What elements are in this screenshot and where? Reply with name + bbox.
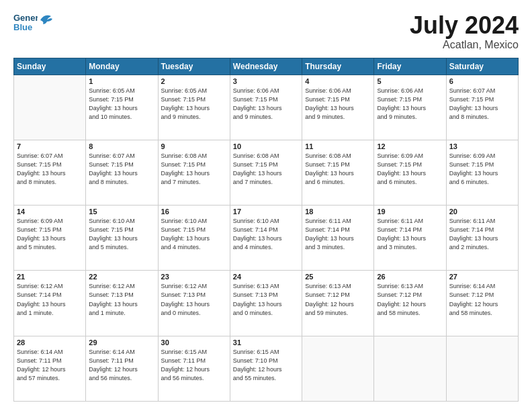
- calendar-cell: 2Sunrise: 6:05 AM Sunset: 7:15 PM Daylig…: [158, 75, 230, 140]
- calendar-cell: 27Sunrise: 6:14 AM Sunset: 7:12 PM Dayli…: [446, 271, 518, 336]
- day-number: 14: [17, 208, 83, 216]
- day-info: Sunrise: 6:11 AM Sunset: 7:14 PM Dayligh…: [449, 217, 515, 252]
- calendar-cell: 4Sunrise: 6:06 AM Sunset: 7:15 PM Daylig…: [302, 75, 374, 140]
- day-number: 13: [449, 142, 515, 150]
- day-info: Sunrise: 6:12 AM Sunset: 7:14 PM Dayligh…: [17, 282, 83, 317]
- calendar-cell: 6Sunrise: 6:07 AM Sunset: 7:15 PM Daylig…: [446, 75, 518, 140]
- page: General Blue July 2024 Acatlan, Mexico S…: [0, 0, 532, 411]
- calendar-cell: 8Sunrise: 6:07 AM Sunset: 7:15 PM Daylig…: [86, 140, 158, 205]
- day-info: Sunrise: 6:15 AM Sunset: 7:10 PM Dayligh…: [233, 348, 299, 383]
- calendar-cell: 12Sunrise: 6:09 AM Sunset: 7:15 PM Dayli…: [374, 140, 446, 205]
- day-info: Sunrise: 6:07 AM Sunset: 7:15 PM Dayligh…: [449, 87, 515, 122]
- calendar-cell: 22Sunrise: 6:12 AM Sunset: 7:13 PM Dayli…: [86, 271, 158, 336]
- day-info: Sunrise: 6:11 AM Sunset: 7:14 PM Dayligh…: [305, 217, 371, 252]
- calendar-cell: 24Sunrise: 6:13 AM Sunset: 7:13 PM Dayli…: [230, 271, 302, 336]
- calendar-cell: 11Sunrise: 6:08 AM Sunset: 7:15 PM Dayli…: [302, 140, 374, 205]
- column-header-friday: Friday: [374, 58, 446, 75]
- calendar-cell: 17Sunrise: 6:10 AM Sunset: 7:14 PM Dayli…: [230, 205, 302, 271]
- calendar-week-1: 1Sunrise: 6:05 AM Sunset: 7:15 PM Daylig…: [14, 75, 519, 140]
- day-info: Sunrise: 6:05 AM Sunset: 7:15 PM Dayligh…: [161, 87, 227, 122]
- calendar-header-row: SundayMondayTuesdayWednesdayThursdayFrid…: [14, 58, 519, 75]
- calendar-cell: 21Sunrise: 6:12 AM Sunset: 7:14 PM Dayli…: [14, 271, 86, 336]
- day-info: Sunrise: 6:09 AM Sunset: 7:15 PM Dayligh…: [377, 152, 443, 187]
- calendar-cell: 29Sunrise: 6:14 AM Sunset: 7:11 PM Dayli…: [86, 336, 158, 401]
- calendar-cell: 23Sunrise: 6:12 AM Sunset: 7:13 PM Dayli…: [158, 271, 230, 336]
- calendar-cell: 5Sunrise: 6:06 AM Sunset: 7:15 PM Daylig…: [374, 75, 446, 140]
- day-number: 24: [233, 273, 299, 281]
- calendar-cell: 13Sunrise: 6:09 AM Sunset: 7:15 PM Dayli…: [446, 140, 518, 205]
- day-info: Sunrise: 6:06 AM Sunset: 7:15 PM Dayligh…: [305, 87, 371, 122]
- day-info: Sunrise: 6:15 AM Sunset: 7:11 PM Dayligh…: [161, 348, 227, 383]
- calendar-week-5: 28Sunrise: 6:14 AM Sunset: 7:11 PM Dayli…: [14, 336, 519, 401]
- calendar-cell: 1Sunrise: 6:05 AM Sunset: 7:15 PM Daylig…: [86, 75, 158, 140]
- day-info: Sunrise: 6:09 AM Sunset: 7:15 PM Dayligh…: [17, 217, 83, 252]
- calendar-cell: 31Sunrise: 6:15 AM Sunset: 7:10 PM Dayli…: [230, 336, 302, 401]
- calendar-week-4: 21Sunrise: 6:12 AM Sunset: 7:14 PM Dayli…: [14, 271, 519, 336]
- calendar-cell: 7Sunrise: 6:07 AM Sunset: 7:15 PM Daylig…: [14, 140, 86, 205]
- day-number: 27: [449, 273, 515, 281]
- calendar-table: SundayMondayTuesdayWednesdayThursdayFrid…: [13, 58, 519, 402]
- column-header-tuesday: Tuesday: [158, 58, 230, 75]
- day-info: Sunrise: 6:10 AM Sunset: 7:15 PM Dayligh…: [89, 217, 154, 252]
- day-number: 20: [449, 208, 515, 216]
- day-number: 16: [161, 208, 227, 216]
- day-number: 12: [377, 142, 443, 150]
- column-header-monday: Monday: [86, 58, 158, 75]
- day-info: Sunrise: 6:11 AM Sunset: 7:14 PM Dayligh…: [377, 217, 443, 252]
- column-header-sunday: Sunday: [14, 58, 86, 75]
- day-info: Sunrise: 6:13 AM Sunset: 7:13 PM Dayligh…: [233, 282, 299, 317]
- calendar-cell: 18Sunrise: 6:11 AM Sunset: 7:14 PM Dayli…: [302, 205, 374, 271]
- calendar-cell: 19Sunrise: 6:11 AM Sunset: 7:14 PM Dayli…: [374, 205, 446, 271]
- day-number: 3: [233, 77, 299, 85]
- day-info: Sunrise: 6:14 AM Sunset: 7:11 PM Dayligh…: [17, 348, 83, 383]
- logo-bird-svg: [39, 12, 54, 27]
- column-header-wednesday: Wednesday: [230, 58, 302, 75]
- day-number: 26: [377, 273, 443, 281]
- calendar-cell: 10Sunrise: 6:08 AM Sunset: 7:15 PM Dayli…: [230, 140, 302, 205]
- day-number: 25: [305, 273, 371, 281]
- day-info: Sunrise: 6:07 AM Sunset: 7:15 PM Dayligh…: [17, 152, 83, 187]
- calendar-cell: 26Sunrise: 6:13 AM Sunset: 7:12 PM Dayli…: [374, 271, 446, 336]
- header: General Blue July 2024 Acatlan, Mexico: [13, 12, 519, 51]
- calendar-cell: 3Sunrise: 6:06 AM Sunset: 7:15 PM Daylig…: [230, 75, 302, 140]
- day-number: 21: [17, 273, 83, 281]
- day-number: 18: [305, 208, 371, 216]
- calendar-cell: 15Sunrise: 6:10 AM Sunset: 7:15 PM Dayli…: [86, 205, 158, 271]
- calendar-cell: [374, 336, 446, 401]
- svg-text:General: General: [13, 13, 38, 23]
- day-number: 9: [161, 142, 227, 150]
- day-number: 8: [89, 142, 154, 150]
- day-number: 29: [89, 338, 154, 347]
- day-number: 7: [17, 142, 83, 150]
- day-info: Sunrise: 6:06 AM Sunset: 7:15 PM Dayligh…: [233, 87, 299, 122]
- calendar-cell: 9Sunrise: 6:08 AM Sunset: 7:15 PM Daylig…: [158, 140, 230, 205]
- day-number: 10: [233, 142, 299, 150]
- column-header-saturday: Saturday: [446, 58, 518, 75]
- day-info: Sunrise: 6:08 AM Sunset: 7:15 PM Dayligh…: [305, 152, 371, 187]
- day-info: Sunrise: 6:05 AM Sunset: 7:15 PM Dayligh…: [89, 87, 154, 122]
- day-info: Sunrise: 6:07 AM Sunset: 7:15 PM Dayligh…: [89, 152, 154, 187]
- calendar-location: Acatlan, Mexico: [410, 39, 519, 51]
- day-info: Sunrise: 6:08 AM Sunset: 7:15 PM Dayligh…: [161, 152, 227, 187]
- day-info: Sunrise: 6:10 AM Sunset: 7:14 PM Dayligh…: [233, 217, 299, 252]
- calendar-cell: [14, 75, 86, 140]
- logo-svg: General Blue: [13, 12, 38, 32]
- calendar-week-2: 7Sunrise: 6:07 AM Sunset: 7:15 PM Daylig…: [14, 140, 519, 205]
- day-number: 28: [17, 338, 83, 347]
- day-number: 5: [377, 77, 443, 85]
- day-number: 17: [233, 208, 299, 216]
- calendar-cell: 14Sunrise: 6:09 AM Sunset: 7:15 PM Dayli…: [14, 205, 86, 271]
- calendar-week-3: 14Sunrise: 6:09 AM Sunset: 7:15 PM Dayli…: [14, 205, 519, 271]
- day-info: Sunrise: 6:10 AM Sunset: 7:15 PM Dayligh…: [161, 217, 227, 252]
- day-number: 11: [305, 142, 371, 150]
- day-number: 19: [377, 208, 443, 216]
- calendar-cell: 28Sunrise: 6:14 AM Sunset: 7:11 PM Dayli…: [14, 336, 86, 401]
- day-number: 1: [89, 77, 154, 85]
- day-number: 15: [89, 208, 154, 216]
- day-info: Sunrise: 6:09 AM Sunset: 7:15 PM Dayligh…: [449, 152, 515, 187]
- calendar-title: July 2024: [410, 12, 519, 39]
- svg-text:Blue: Blue: [13, 22, 32, 32]
- calendar-cell: [302, 336, 374, 401]
- calendar-cell: [446, 336, 518, 401]
- day-number: 23: [161, 273, 227, 281]
